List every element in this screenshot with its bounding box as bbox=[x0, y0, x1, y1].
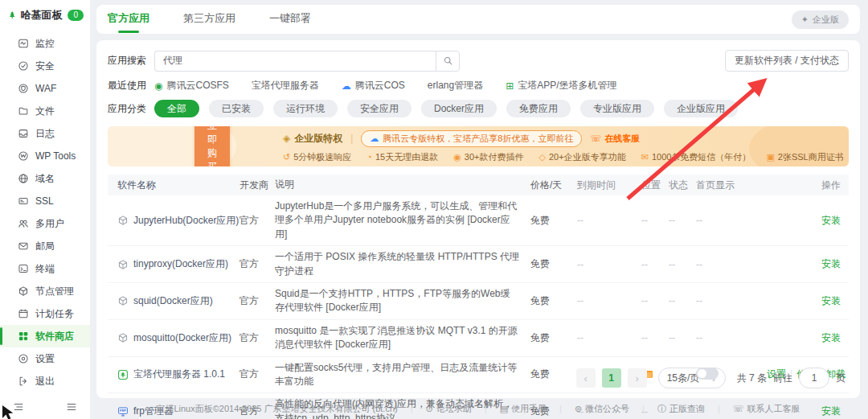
sidebar-item-cron[interactable]: 计划任务 bbox=[0, 302, 90, 325]
app-name-link[interactable]: JupyterHub(Docker应用) bbox=[117, 214, 240, 228]
sidebar-item-monitor[interactable]: 监控 bbox=[0, 32, 90, 55]
app-window: 哈基面板 0 监控 安全 WAF 文件 日志 bbox=[0, 0, 868, 419]
search-icon bbox=[443, 55, 453, 66]
promo-banner: 抢购 立即购买 ◈企业版特权 | ☁腾讯云专版特权，宝塔产品享8折优惠，立即前往… bbox=[108, 126, 849, 166]
status-cell: -- bbox=[669, 332, 696, 343]
footer-link-manual[interactable]: ▤使用手册 bbox=[500, 403, 547, 415]
category-runtime[interactable]: 运行环境 bbox=[273, 100, 338, 117]
recent-item-bt-app[interactable]: ⊞宝塔APP/堡塔多机管理 bbox=[506, 79, 616, 92]
sidebar-item-logout[interactable]: 退出 bbox=[0, 370, 90, 392]
divider: | bbox=[642, 404, 645, 413]
app-name-link[interactable]: tinyproxy(Docker应用) bbox=[117, 257, 240, 271]
expire-cell: -- bbox=[577, 332, 641, 343]
sidebar-item-multi-user[interactable]: 多用户 bbox=[0, 212, 90, 235]
category-enterprise[interactable]: 企业版应用 bbox=[664, 100, 738, 117]
app-name-link[interactable]: mosquitto(Docker应用) bbox=[117, 331, 240, 345]
collapse-sidebar-icon[interactable] bbox=[13, 401, 24, 413]
sidebar-item-label: 邮局 bbox=[35, 240, 55, 253]
sidebar-item-label: 终端 bbox=[35, 262, 55, 276]
install-link[interactable]: 安装 bbox=[821, 332, 841, 343]
search-button[interactable] bbox=[436, 51, 460, 72]
location-cell: -- bbox=[641, 259, 669, 270]
logout-icon bbox=[18, 376, 29, 387]
sidebar-item-wp-tools[interactable]: WP Tools bbox=[0, 145, 90, 167]
notification-badge[interactable]: 0 bbox=[68, 10, 84, 21]
next-page-button[interactable]: › bbox=[628, 368, 647, 388]
recent-item-bt-proxy[interactable]: 宝塔代理服务器 bbox=[252, 79, 319, 92]
install-link[interactable]: 安装 bbox=[821, 258, 841, 269]
tencent-cloud-promo-link[interactable]: ☁腾讯云专版特权，宝塔产品享8折优惠，立即前往 bbox=[361, 130, 582, 147]
category-row: 应用分类 全部 已安装 运行环境 安全应用 Docker应用 免费应用 专业版应… bbox=[108, 100, 849, 117]
footer-link-support[interactable]: ☏联系人工客服 bbox=[733, 403, 800, 415]
sidebar-item-settings[interactable]: 设置 bbox=[0, 347, 90, 370]
online-support-link[interactable]: ☏在线客服 bbox=[590, 133, 640, 145]
waf-icon bbox=[18, 83, 29, 94]
location-cell: -- bbox=[641, 295, 669, 306]
sidebar-item-label: 域名 bbox=[35, 172, 55, 186]
search-input[interactable] bbox=[154, 51, 436, 72]
homepage-toggle-off[interactable] bbox=[696, 368, 719, 380]
category-free[interactable]: 免费应用 bbox=[506, 100, 571, 117]
verify-icon: ⓘ bbox=[657, 403, 666, 415]
search-row: 应用搜索 更新软件列表 / 支付状态 bbox=[108, 50, 849, 72]
sidebar-item-domain[interactable]: 域名 bbox=[0, 167, 90, 190]
category-docker[interactable]: Docker应用 bbox=[421, 100, 497, 117]
page-number-button[interactable]: 1 bbox=[602, 368, 621, 388]
footer-link-genuine-check[interactable]: ⓘ正版查询 bbox=[657, 403, 705, 415]
update-software-list-button[interactable]: 更新软件列表 / 支付状态 bbox=[725, 50, 849, 72]
header-expire: 到期时间 bbox=[577, 179, 641, 192]
recent-item-cosfs[interactable]: ◉腾讯云COSFS bbox=[154, 79, 229, 92]
install-link[interactable]: 安装 bbox=[821, 295, 841, 306]
goto-page-input[interactable] bbox=[799, 368, 829, 388]
multi-user-icon bbox=[18, 218, 29, 229]
domain-icon bbox=[18, 173, 29, 184]
table-row: mosquitto(Docker应用) 官方 mosquitto 是一款实现了消… bbox=[108, 320, 849, 357]
sidebar-item-files[interactable]: 文件 bbox=[0, 100, 90, 122]
prev-page-button[interactable]: ‹ bbox=[576, 368, 596, 388]
homepage-cell: -- bbox=[696, 295, 767, 306]
tab-third-party-apps[interactable]: 第三方应用 bbox=[183, 5, 235, 34]
app-name-link[interactable]: squid(Docker应用) bbox=[117, 294, 240, 308]
sidebar-item-node-manage[interactable]: 节点管理 bbox=[0, 280, 90, 302]
sidebar-item-mail[interactable]: 邮局 bbox=[0, 235, 90, 257]
clock-icon: ◔ bbox=[366, 152, 372, 162]
recent-item-cos[interactable]: ☁腾讯云COS bbox=[342, 79, 405, 92]
app-title: 哈基面板 bbox=[20, 8, 62, 23]
settings-icon bbox=[18, 353, 29, 364]
sidebar-item-label: 多用户 bbox=[35, 217, 64, 231]
table-row: squid(Docker应用) 官方 Squid是一个支持HTTP，HTTPS，… bbox=[108, 283, 849, 320]
sidebar-item-label: WAF bbox=[35, 83, 56, 94]
sidebar-item-waf[interactable]: WAF bbox=[0, 77, 90, 100]
sidebar-item-security[interactable]: 安全 bbox=[0, 55, 90, 77]
divider: | bbox=[485, 404, 487, 413]
monitor-icon bbox=[18, 38, 29, 49]
sidebar-item-app-store[interactable]: 软件商店 bbox=[0, 325, 90, 347]
header-description: 说明 bbox=[275, 178, 530, 191]
sidebar-item-terminal[interactable]: 终端 bbox=[0, 257, 90, 280]
wp-tools-icon bbox=[18, 150, 29, 162]
tab-official-apps[interactable]: 官方应用 bbox=[108, 5, 149, 34]
category-security[interactable]: 安全应用 bbox=[347, 100, 411, 117]
description-cell: Squid是一个支持HTTP，HTTPS，FTP等服务的Web缓存代理软件 [D… bbox=[275, 287, 530, 315]
footer-link-forum[interactable]: ⊙论坛求助 bbox=[426, 403, 472, 415]
sidebar-item-ssl[interactable]: SSL bbox=[0, 190, 90, 212]
install-link[interactable]: 安装 bbox=[821, 215, 841, 226]
app-store-icon bbox=[18, 331, 29, 342]
category-installed[interactable]: 已安装 bbox=[209, 100, 264, 117]
feature-response: ↺5分钟极速响应 bbox=[283, 151, 351, 163]
menu-list-icon[interactable] bbox=[66, 401, 77, 413]
category-all[interactable]: 全部 bbox=[154, 100, 199, 117]
recent-item-label: erlang管理器 bbox=[428, 79, 483, 92]
enterprise-badge[interactable]: ✦ 企业版 bbox=[792, 10, 849, 29]
footer-link-wechat[interactable]: ⊜微信公众号 bbox=[575, 403, 629, 415]
expire-cell: -- bbox=[577, 215, 641, 226]
tab-one-click-deploy[interactable]: 一键部署 bbox=[269, 5, 311, 34]
sidebar-item-logs[interactable]: 日志 bbox=[0, 122, 90, 145]
buy-now-button[interactable]: 立即购买 bbox=[194, 126, 230, 166]
header-name: 软件名称 bbox=[117, 179, 240, 192]
developer-cell: 官方 bbox=[240, 257, 275, 271]
category-pro[interactable]: 专业版应用 bbox=[580, 100, 654, 117]
recent-item-erlang[interactable]: erlang管理器 bbox=[428, 79, 483, 92]
panel-logo[interactable]: 哈基面板 0 bbox=[0, 0, 90, 29]
category-label: 应用分类 bbox=[108, 102, 154, 116]
